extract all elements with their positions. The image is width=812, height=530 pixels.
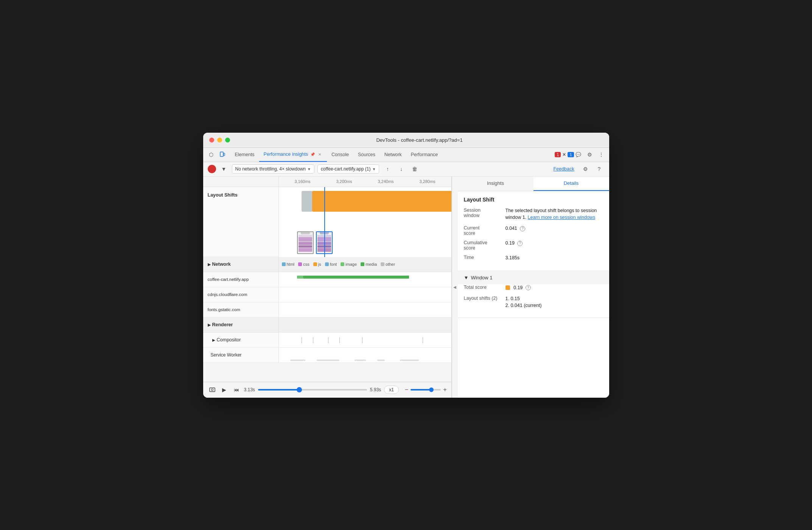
time-value: 3.185s [506, 254, 603, 262]
total-score-row: Total score 0.19 ? [464, 284, 603, 291]
net-bar-1b [303, 276, 409, 279]
compositor-tick-5 [362, 337, 362, 343]
media-color [361, 262, 364, 266]
play-button[interactable]: ▶ [220, 385, 229, 394]
current-score-help-icon[interactable]: ? [520, 226, 525, 231]
window-title: DevTools - coffee-cart.netlify.app/?ad=1 [236, 137, 603, 143]
tab-details[interactable]: Details [534, 177, 609, 191]
tab-console[interactable]: Console [327, 147, 353, 162]
cursor-icon[interactable]: ⬡ [206, 150, 216, 160]
sw-bar-3 [355, 360, 366, 361]
tab-performance[interactable]: Performance [406, 147, 443, 162]
tracks-area[interactable]: Layout Shifts [203, 187, 451, 382]
cumulative-score-help-icon[interactable]: ? [517, 241, 523, 246]
left-panel: 3,160ms 3,200ms 3,240ms 3,280ms Layout S… [203, 177, 452, 398]
tab-performance-insights[interactable]: Performance insights 📌 ✕ [259, 147, 327, 162]
network-legend-area: html css js font [279, 257, 451, 272]
record-button[interactable] [208, 165, 216, 173]
tab-network[interactable]: Network [380, 147, 406, 162]
cumulative-score-key: Cumulativescore [464, 240, 506, 251]
help-icon[interactable]: ? [594, 164, 605, 174]
layout-shifts-content[interactable] [279, 187, 451, 257]
download-icon[interactable]: ↓ [396, 164, 406, 174]
window1-label: Window 1 [471, 275, 492, 280]
throttle-dropdown[interactable]: No network throttling, 4× slowdown ▼ [232, 164, 314, 174]
service-worker-label: Service Worker [203, 348, 279, 363]
network-section-header: ▶ Network html css [203, 257, 451, 272]
network-bars-2 [279, 287, 451, 302]
tick-3: 3,240ms [365, 179, 407, 184]
shift-bar-orange [312, 191, 451, 212]
compositor-expand-icon[interactable]: ▶ [212, 338, 215, 342]
network-row-1: coffee-cart.netlify.app [203, 272, 451, 287]
total-score-help-icon[interactable]: ? [526, 285, 531, 290]
bottom-bar: ▶ ⏮ 3.13s 5.93s x1 − + [203, 382, 451, 398]
layout-shifts-detail-row: Layout shifts (2) 1. 0.15 2. 0.041 (curr… [464, 295, 603, 310]
right-panel-content[interactable]: Layout Shift Sessionwindow The selected … [458, 191, 609, 398]
toolbar-icons-left: ⬡ [206, 150, 227, 160]
zoom-out-icon[interactable]: − [405, 386, 408, 393]
delete-icon[interactable]: 🗑 [409, 164, 420, 174]
renderer-expand-icon[interactable]: ▶ [208, 323, 211, 327]
tab-bar: ⬡ Elements Performance insights 📌 ✕ Cons… [203, 148, 609, 162]
tab-sources[interactable]: Sources [353, 147, 380, 162]
network-host-1: coffee-cart.netlify.app [203, 272, 279, 287]
screenshot-group [297, 231, 333, 254]
panel-collapse-handle[interactable]: ◀ [452, 177, 458, 398]
svg-point-3 [211, 389, 213, 391]
screenshot-toggle-button[interactable] [208, 385, 217, 394]
window1-header[interactable]: ▼ Window 1 [458, 271, 609, 284]
window1-expand-icon: ▼ [464, 275, 469, 280]
settings-icon[interactable]: ⚙ [585, 150, 595, 160]
url-label: coffee-cart.netlify.app (1) [321, 166, 371, 172]
time-key: Time [464, 254, 506, 260]
compositor-tick-4 [339, 337, 340, 343]
svg-rect-1 [224, 153, 225, 156]
url-dropdown[interactable]: coffee-cart.netlify.app (1) ▼ [317, 164, 380, 174]
upload-icon[interactable]: ↑ [382, 164, 393, 174]
sw-bar-5 [400, 360, 419, 361]
legend-image: image [341, 262, 357, 267]
traffic-lights [209, 138, 230, 143]
zoom-slider[interactable] [411, 389, 441, 391]
learn-more-link[interactable]: Learn more on session windows [528, 215, 596, 220]
right-panel: Insights Details Layout Shift Sessionwin… [458, 177, 609, 398]
sw-bar-2 [317, 360, 339, 361]
feedback-link[interactable]: Feedback [554, 166, 574, 172]
scrubber[interactable] [258, 389, 367, 391]
pin-icon: 📌 [310, 152, 315, 157]
service-worker-row: Service Worker [203, 348, 451, 363]
compositor-tick-1 [302, 337, 302, 343]
tab-close-icon[interactable]: ✕ [317, 152, 322, 157]
skip-start-button[interactable]: ⏮ [232, 385, 241, 394]
network-label: ▶ Network [203, 257, 279, 272]
image-color [341, 262, 344, 266]
network-expand-icon[interactable]: ▶ [208, 262, 211, 267]
sw-bar-1 [290, 360, 305, 361]
zoom-thumb[interactable] [429, 387, 434, 392]
errors-button[interactable]: 1 ✕ 1 💬 [552, 151, 583, 158]
minimize-button[interactable] [217, 138, 222, 143]
zoom-in-icon[interactable]: + [443, 386, 446, 393]
tab-insights[interactable]: Insights [458, 177, 534, 191]
close-button[interactable] [209, 138, 214, 143]
toolbar-row: ▼ No network throttling, 4× slowdown ▼ c… [203, 162, 609, 177]
compositor-row: ▶ Compositor [203, 333, 451, 348]
device-icon[interactable] [218, 150, 227, 160]
timeline-header: 3,160ms 3,200ms 3,240ms 3,280ms [203, 177, 451, 187]
legend-media: media [361, 262, 377, 267]
timeline-ticks: 3,160ms 3,200ms 3,240ms 3,280ms [279, 179, 451, 184]
maximize-button[interactable] [225, 138, 230, 143]
scrubber-thumb[interactable] [297, 387, 302, 392]
speed-button[interactable]: x1 [384, 386, 399, 394]
layout-shifts-detail-key: Layout shifts (2) [464, 295, 506, 301]
tab-elements[interactable]: Elements [230, 147, 259, 162]
screenshot-before[interactable] [297, 231, 314, 254]
svg-rect-0 [220, 152, 223, 157]
dropdown-arrow-icon[interactable]: ▼ [219, 164, 229, 174]
more-icon[interactable]: ⋮ [596, 150, 606, 160]
network-row-3: fonts.gstatic.com [203, 302, 451, 318]
message-badge: 1 [568, 152, 574, 157]
legend-other: other [381, 262, 395, 267]
settings-icon2[interactable]: ⚙ [580, 164, 591, 174]
